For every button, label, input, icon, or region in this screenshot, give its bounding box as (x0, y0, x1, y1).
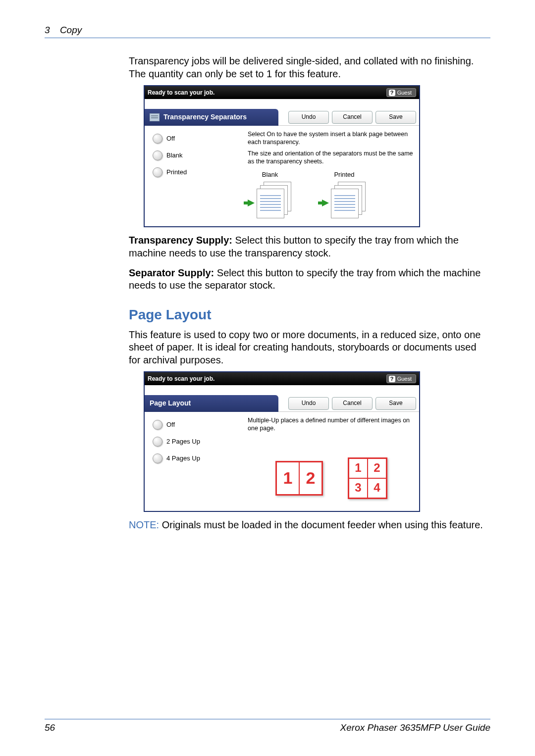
option-4pages[interactable]: 4 Pages Up (149, 454, 248, 463)
radio-icon (153, 437, 162, 447)
status-text: Ready to scan your job. (148, 375, 214, 383)
cancel-button[interactable]: Cancel (332, 397, 373, 410)
panel-title: Page Layout (145, 395, 278, 412)
desc-line1: Select On to have the system insert a bl… (248, 131, 415, 146)
page-layout-illustration: 1 2 1 2 3 4 (248, 457, 415, 499)
page-layout-intro: This feature is used to copy two or more… (129, 329, 490, 367)
save-button[interactable]: Save (375, 111, 416, 124)
transparency-supply-paragraph: Transparency Supply: Select this button … (129, 234, 490, 259)
help-icon: ? (389, 90, 395, 96)
page-footer: 56 Xerox Phaser 3635MFP User Guide (45, 719, 490, 733)
option-off[interactable]: Off (149, 420, 248, 430)
arrow-icon (248, 200, 255, 206)
header-section-title: Copy (52, 25, 82, 35)
page-layout-screenshot: Ready to scan your job. ? Guest Page Lay… (144, 371, 420, 512)
radio-icon (153, 134, 162, 144)
header-section-number: 3 (45, 25, 50, 35)
status-bar: Ready to scan your job. ? Guest (145, 86, 419, 99)
guest-badge[interactable]: ? Guest (386, 374, 416, 383)
radio-icon (153, 151, 162, 160)
radio-icon (153, 420, 162, 430)
radio-icon (153, 167, 162, 177)
page-header: 3 Copy (45, 25, 490, 38)
transparency-separators-screenshot: Ready to scan your job. ? Guest Transpar… (144, 85, 420, 227)
desc-line: Multiple-Up places a defined number of d… (248, 417, 415, 432)
status-bar: Ready to scan your job. ? Guest (145, 372, 419, 385)
arrow-icon (322, 200, 329, 206)
option-blank[interactable]: Blank (149, 151, 248, 160)
separators-icon (150, 113, 160, 121)
option-off[interactable]: Off (149, 134, 248, 144)
page-number: 56 (45, 722, 55, 733)
separator-supply-paragraph: Separator Supply: Select this button to … (129, 267, 490, 292)
guest-badge[interactable]: ? Guest (386, 88, 416, 97)
guest-label: Guest (397, 89, 412, 96)
status-text: Ready to scan your job. (148, 89, 214, 97)
panel-title: Transparency Separators (145, 109, 278, 126)
option-2pages[interactable]: 2 Pages Up (149, 437, 248, 447)
help-icon: ? (389, 376, 395, 382)
guest-label: Guest (397, 375, 412, 382)
intro-paragraph: Transparency jobs will be delivered sing… (129, 55, 490, 80)
guide-title: Xerox Phaser 3635MFP User Guide (340, 722, 490, 733)
illus-printed: Printed (322, 171, 367, 218)
note-paragraph: NOTE: Originals must be loaded in the do… (129, 519, 490, 532)
save-button[interactable]: Save (375, 397, 416, 410)
cancel-button[interactable]: Cancel (332, 111, 373, 124)
undo-button[interactable]: Undo (288, 397, 329, 410)
illus-blank: Blank (248, 171, 292, 218)
section-heading-page-layout: Page Layout (129, 306, 490, 324)
desc-line2: The size and orientation of the separato… (248, 150, 415, 165)
option-printed[interactable]: Printed (149, 167, 248, 177)
undo-button[interactable]: Undo (288, 111, 329, 124)
radio-icon (153, 454, 162, 463)
